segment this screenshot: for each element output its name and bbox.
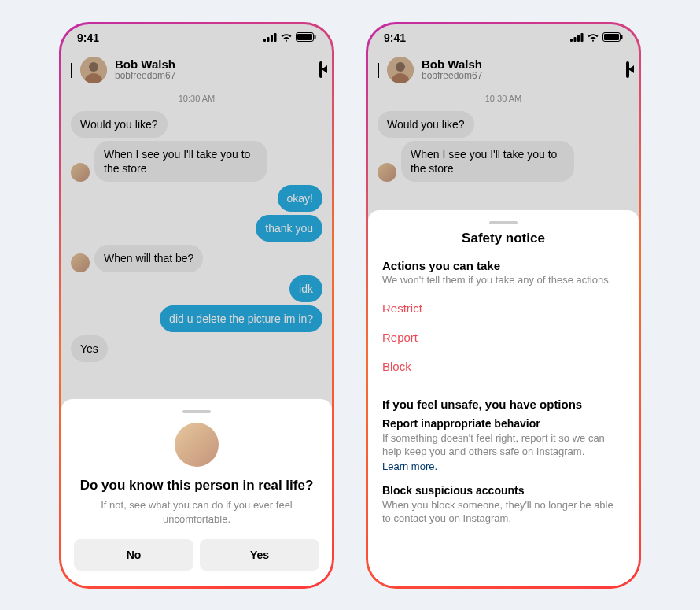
block-link[interactable]: Block [382, 352, 624, 381]
report-heading: Report inappropriate behavior [382, 417, 624, 430]
prompt-sheet: Do you know this person in real life? If… [61, 399, 332, 586]
report-link[interactable]: Report [382, 323, 624, 352]
actions-heading: Actions you can take [382, 259, 624, 272]
sheet-title: Do you know this person in real life? [74, 478, 319, 494]
safety-notice-sheet: Safety notice Actions you can take We wo… [368, 210, 639, 586]
unsafe-heading: If you feel unsafe, you have options [382, 397, 624, 411]
divider [368, 386, 639, 386]
sheet-avatar-icon [175, 423, 219, 467]
sheet-grabber[interactable] [182, 410, 211, 413]
sheet-button-row: No Yes [74, 539, 319, 571]
phone-screen: 9:41 Bob Walsh bobfreedom67 10:30 AM [61, 24, 332, 586]
sheet-grabber[interactable] [489, 221, 518, 224]
learn-more-link[interactable]: Learn more. [382, 460, 437, 472]
yes-button[interactable]: Yes [200, 539, 319, 571]
report-body: If something doesn't feel right, report … [382, 431, 624, 459]
unsafe-section: If you feel unsafe, you have options Rep… [368, 397, 639, 526]
phone-screen: 9:41 Bob Walsh bobfreedom67 10:30 AM W [368, 24, 639, 586]
block-heading: Block suspicious accounts [382, 484, 624, 497]
phone-mockup-1: 9:41 Bob Walsh bobfreedom67 10:30 AM [59, 22, 334, 589]
no-button[interactable]: No [74, 539, 193, 571]
safety-title: Safety notice [368, 231, 639, 246]
phone-mockup-2: 9:41 Bob Walsh bobfreedom67 10:30 AM W [366, 22, 641, 589]
actions-section: Actions you can take We won't tell them … [368, 259, 639, 381]
sheet-subtitle: If not, see what you can do if you ever … [90, 498, 304, 526]
actions-subheading: We won't tell them if you take any of th… [382, 274, 624, 286]
restrict-link[interactable]: Restrict [382, 294, 624, 323]
block-body: When you block someone, they'll no longe… [382, 498, 624, 526]
